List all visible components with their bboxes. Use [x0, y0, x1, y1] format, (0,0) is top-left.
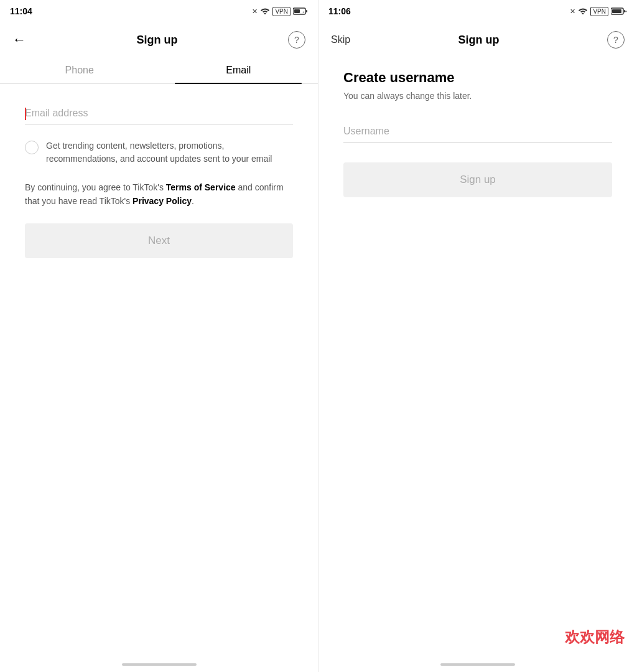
- skip-link[interactable]: Skip: [331, 34, 350, 45]
- signup-button[interactable]: Sign up: [343, 162, 612, 197]
- svg-rect-2: [294, 9, 300, 13]
- create-username-title: Create username: [343, 70, 612, 86]
- vpn-icon-right: VPN: [590, 7, 608, 16]
- right-panel: 11:06 ✕ VPN + Skip Sign up ? Create user…: [318, 0, 637, 672]
- status-bar-right: 11:06 ✕ VPN +: [318, 0, 637, 22]
- status-icons-right: ✕ VPN +: [570, 7, 627, 16]
- status-bar-left: 11:04 ✕ VPN +: [0, 0, 318, 22]
- tab-email[interactable]: Email: [159, 57, 318, 83]
- page-title-right: Sign up: [458, 34, 500, 47]
- left-panel: 11:04 ✕ VPN + ← Sign up ? Phone: [0, 0, 318, 672]
- battery-icon-right: +: [611, 7, 627, 15]
- page-title-left: Sign up: [137, 34, 178, 47]
- no-signal-icon: ✕: [252, 7, 258, 16]
- bottom-bar-left: [122, 663, 197, 666]
- create-username-subtitle: You can always change this later.: [343, 91, 612, 101]
- status-time-right: 11:06: [328, 6, 351, 16]
- email-input[interactable]: [25, 103, 293, 124]
- tab-phone[interactable]: Phone: [0, 57, 159, 83]
- header-right: Skip Sign up ?: [318, 22, 637, 57]
- form-area: Get trending content, newsletters, promo…: [0, 103, 318, 258]
- username-field-wrap: [343, 121, 612, 142]
- terms-of-service-link[interactable]: Terms of Service: [166, 182, 236, 192]
- bottom-bar-right: [440, 663, 515, 666]
- help-button-right[interactable]: ?: [607, 31, 625, 49]
- no-signal-icon-right: ✕: [570, 7, 575, 16]
- status-time-left: 11:04: [10, 6, 32, 16]
- vpn-icon-left: VPN: [272, 7, 291, 16]
- svg-text:+: +: [625, 9, 627, 14]
- battery-icon-left: +: [293, 7, 308, 15]
- legal-text: By continuing, you agree to TikTok's Ter…: [25, 180, 293, 208]
- svg-text:+: +: [302, 10, 305, 14]
- status-icons-left: ✕ VPN +: [252, 7, 308, 16]
- newsletter-checkbox-row: Get trending content, newsletters, promo…: [25, 139, 293, 166]
- newsletter-checkbox[interactable]: [25, 141, 39, 154]
- text-cursor: [25, 108, 26, 120]
- email-field-wrap: [25, 103, 293, 124]
- svg-rect-1: [306, 10, 307, 12]
- header-left: ← Sign up ?: [0, 22, 318, 57]
- create-username-section: Create username You can always change th…: [318, 70, 637, 197]
- legal-suffix: .: [192, 196, 194, 206]
- back-button[interactable]: ←: [12, 32, 26, 48]
- legal-prefix: By continuing, you agree to TikTok's: [25, 182, 166, 192]
- tabs: Phone Email: [0, 57, 318, 84]
- watermark: 欢欢网络: [565, 627, 625, 647]
- wifi-icon: [260, 7, 270, 16]
- newsletter-label: Get trending content, newsletters, promo…: [46, 139, 293, 166]
- help-button-left[interactable]: ?: [288, 31, 305, 49]
- username-input[interactable]: [343, 121, 612, 142]
- privacy-policy-link[interactable]: Privacy Policy: [133, 196, 192, 206]
- svg-rect-6: [612, 9, 621, 13]
- wifi-icon-right: [578, 7, 588, 16]
- next-button[interactable]: Next: [25, 223, 293, 258]
